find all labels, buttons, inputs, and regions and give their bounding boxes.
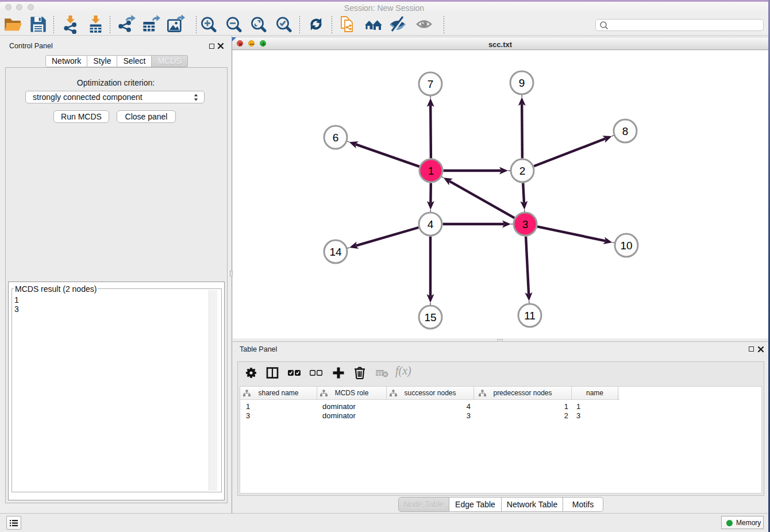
svg-text:4: 4 <box>428 218 434 230</box>
svg-text:10: 10 <box>620 240 632 252</box>
svg-text:1: 1 <box>428 165 434 177</box>
svg-text:9: 9 <box>519 77 525 89</box>
svg-text:6: 6 <box>333 132 339 144</box>
svg-text:14: 14 <box>329 246 342 258</box>
svg-text:8: 8 <box>622 125 629 137</box>
svg-text:3: 3 <box>522 218 529 230</box>
svg-text:7: 7 <box>428 78 434 90</box>
svg-text:11: 11 <box>524 310 536 322</box>
svg-text:2: 2 <box>519 165 526 177</box>
svg-text:15: 15 <box>424 311 436 323</box>
